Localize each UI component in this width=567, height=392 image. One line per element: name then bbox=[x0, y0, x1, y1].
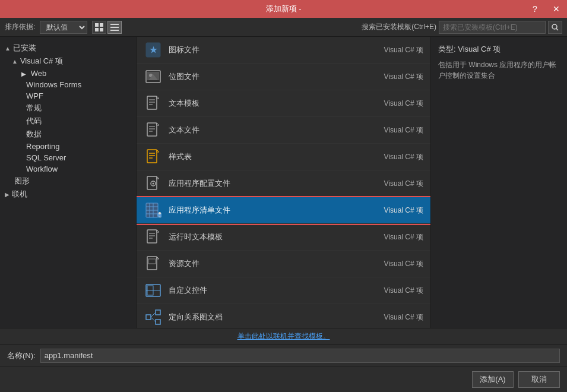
file-type-custom-control: Visual C# 项 bbox=[384, 286, 423, 296]
file-type-appconfig: Visual C# 项 bbox=[384, 179, 423, 189]
sqlserver-label: SQL Server bbox=[26, 153, 66, 162]
svg-rect-53 bbox=[146, 315, 151, 320]
action-bar: 添加(A) 取消 bbox=[0, 366, 567, 392]
content-area: ▲ 已安装 ▲ Visual C# 项 ▶ Web Windows Forms … bbox=[0, 37, 567, 328]
sort-select[interactable]: 默认值 bbox=[40, 21, 87, 34]
file-type-diagram: Visual C# 项 bbox=[384, 312, 423, 323]
svg-rect-49 bbox=[148, 259, 156, 264]
file-icon-texttemplate bbox=[144, 94, 163, 113]
svg-point-33 bbox=[153, 183, 154, 185]
search-button[interactable] bbox=[548, 21, 562, 34]
sidebar-item-common[interactable]: 常规 bbox=[0, 102, 136, 115]
file-item-custom-control[interactable]: 自定义控件 Visual C# 项 bbox=[137, 277, 430, 304]
file-item-manifest[interactable]: 应用程序清单文件 Visual C# 项 bbox=[137, 197, 430, 224]
grid-view-button[interactable] bbox=[92, 21, 106, 34]
svg-rect-0 bbox=[95, 23, 99, 27]
file-item-diagram[interactable]: 定向关系图文档 Visual C# 项 bbox=[137, 304, 430, 328]
file-item-textfile[interactable]: 文本文件 Visual C# 项 bbox=[137, 117, 430, 144]
file-icon-diagram bbox=[144, 308, 163, 327]
bottom-link[interactable]: 单击此处以联机并查找模板。 bbox=[237, 331, 330, 342]
file-type-textfile: Visual C# 项 bbox=[384, 125, 423, 135]
file-type-texttemplate: Visual C# 项 bbox=[384, 99, 423, 109]
file-name-runtime-template: 运行时文本模板 bbox=[169, 232, 378, 242]
sidebar-item-data[interactable]: 数据 bbox=[0, 128, 136, 141]
installed-arrow: ▲ bbox=[5, 45, 11, 52]
file-type-bitmap: Visual C# 项 bbox=[384, 72, 423, 82]
sidebar-item-web[interactable]: ▶ Web bbox=[0, 68, 136, 79]
file-name-appconfig: 应用程序配置文件 bbox=[169, 178, 378, 189]
file-icon-textfile bbox=[144, 121, 163, 140]
data-label: 数据 bbox=[26, 129, 42, 138]
svg-rect-20 bbox=[147, 123, 157, 136]
sidebar-item-code[interactable]: 代码 bbox=[0, 115, 136, 128]
close-button[interactable]: ✕ bbox=[546, 0, 567, 18]
online-header[interactable]: ▶ 联机 bbox=[0, 188, 136, 201]
help-button[interactable]: ? bbox=[524, 0, 546, 18]
svg-rect-25 bbox=[147, 150, 157, 163]
file-icon-runtime-template bbox=[144, 227, 163, 246]
file-item-stylesheet[interactable]: 样式表 Visual C# 项 bbox=[137, 144, 430, 170]
file-item-texttemplate[interactable]: 文本模板 Visual C# 项 bbox=[137, 90, 430, 117]
sidebar-item-winforms[interactable]: Windows Forms bbox=[0, 79, 136, 90]
file-name-bitmap: 位图文件 bbox=[169, 71, 378, 82]
file-icon-appconfig bbox=[144, 174, 163, 193]
web-label: Web bbox=[31, 69, 47, 78]
svg-rect-3 bbox=[100, 28, 103, 31]
title-text: 添加新项 - bbox=[266, 4, 302, 14]
sidebar: ▲ 已安装 ▲ Visual C# 项 ▶ Web Windows Forms … bbox=[0, 37, 137, 328]
svg-line-57 bbox=[151, 317, 156, 322]
name-input[interactable] bbox=[40, 349, 560, 363]
winforms-label: Windows Forms bbox=[26, 80, 81, 89]
file-type-stylesheet: Visual C# 项 bbox=[384, 152, 423, 162]
right-panel: 类型: Visual C# 项 包括用于 Windows 应用程序的用户帐户控制… bbox=[430, 37, 567, 328]
file-icon-custom-control bbox=[144, 281, 163, 300]
file-name-stylesheet: 样式表 bbox=[169, 151, 378, 162]
file-icon-resource bbox=[144, 254, 163, 273]
svg-point-7 bbox=[552, 24, 557, 29]
file-item-icon[interactable]: ★ 图标文件 Visual C# 项 bbox=[137, 37, 430, 64]
file-name-manifest: 应用程序清单文件 bbox=[169, 205, 378, 216]
file-item-runtime-template[interactable]: 运行时文本模板 Visual C# 项 bbox=[137, 224, 430, 251]
sidebar-item-workflow[interactable]: Workflow bbox=[0, 163, 136, 175]
svg-rect-5 bbox=[110, 27, 119, 28]
file-item-resource[interactable]: 资源文件 Visual C# 项 bbox=[137, 251, 430, 277]
sidebar-item-sqlserver[interactable]: SQL Server bbox=[0, 152, 136, 163]
svg-rect-54 bbox=[156, 310, 160, 315]
svg-rect-1 bbox=[100, 23, 103, 27]
file-item-appconfig[interactable]: 应用程序配置文件 Visual C# 项 bbox=[137, 170, 430, 197]
file-icon-icon: ★ bbox=[144, 40, 163, 59]
file-icon-stylesheet bbox=[144, 147, 163, 166]
search-label: 搜索已安装模板(Ctrl+E) bbox=[362, 22, 436, 32]
svg-rect-55 bbox=[156, 320, 160, 324]
cancel-button[interactable]: 取消 bbox=[518, 371, 560, 388]
right-panel-desc: 包括用于 Windows 应用程序的用户帐户控制的设置集合 bbox=[438, 59, 560, 81]
sidebar-item-reporting[interactable]: Reporting bbox=[0, 141, 136, 152]
svg-rect-15 bbox=[147, 96, 157, 109]
common-label: 常规 bbox=[26, 103, 42, 112]
file-icon-bitmap bbox=[144, 67, 163, 86]
file-list-wrapper: ★ 图标文件 Visual C# 项 bbox=[137, 37, 430, 328]
file-type-manifest: Visual C# 项 bbox=[384, 206, 423, 216]
sort-label: 排序依据: bbox=[5, 22, 35, 32]
online-arrow: ▶ bbox=[5, 191, 9, 198]
file-item-bitmap[interactable]: 位图文件 Visual C# 项 bbox=[137, 64, 430, 90]
sidebar-item-wpf[interactable]: WPF bbox=[0, 90, 136, 102]
file-icon-manifest bbox=[144, 201, 163, 220]
svg-point-41 bbox=[159, 212, 161, 214]
file-name-texttemplate: 文本模板 bbox=[169, 98, 378, 109]
toolbar: 排序依据: 默认值 搜索已安装模板(Ctrl+E) bbox=[0, 18, 567, 37]
add-button[interactable]: 添加(A) bbox=[472, 371, 514, 388]
visual-csharp-label: Visual C# 项 bbox=[20, 56, 63, 67]
svg-line-8 bbox=[556, 29, 558, 30]
view-icons bbox=[92, 21, 122, 34]
search-input[interactable] bbox=[439, 21, 546, 34]
visual-csharp-arrow: ▲ bbox=[12, 58, 18, 65]
file-type-icon: Visual C# 项 bbox=[384, 45, 423, 55]
bottom-link-bar: 单击此处以联机并查找模板。 bbox=[0, 328, 567, 344]
title-bar: 添加新项 - ? ✕ bbox=[0, 0, 567, 18]
visual-csharp-header[interactable]: ▲ Visual C# 项 bbox=[0, 55, 136, 68]
main-container: 排序依据: 默认值 搜索已安装模板(Ctrl+E) bbox=[0, 18, 567, 392]
list-view-button[interactable] bbox=[107, 21, 122, 34]
sidebar-item-graphic[interactable]: 图形 bbox=[0, 175, 136, 188]
installed-header[interactable]: ▲ 已安装 bbox=[0, 42, 136, 55]
